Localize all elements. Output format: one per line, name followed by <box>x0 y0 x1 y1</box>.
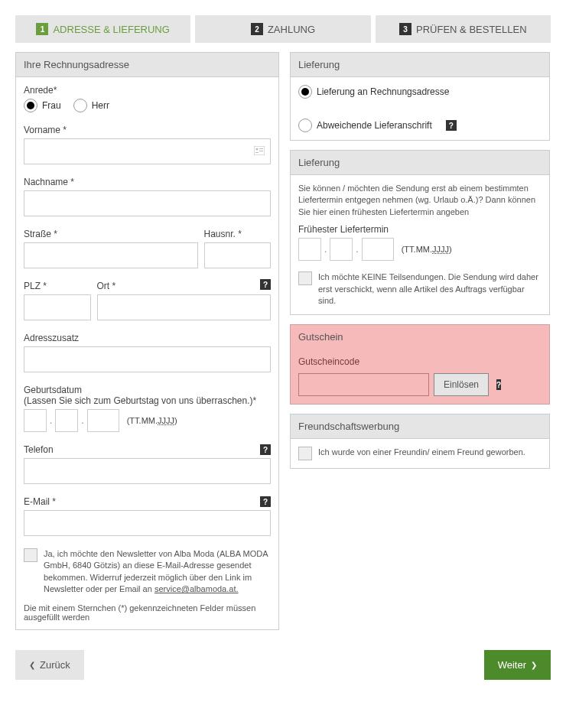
help-icon[interactable]: ? <box>446 120 457 131</box>
delivery-header: Lieferung <box>291 53 549 77</box>
deliv-month-input[interactable] <box>330 238 353 261</box>
next-button[interactable]: Weiter ❯ <box>484 650 551 680</box>
birth-month-input[interactable] <box>55 409 78 432</box>
salutation-herr-radio[interactable]: Herr <box>73 99 109 112</box>
contact-icon <box>254 145 265 158</box>
help-icon[interactable]: ? <box>260 444 271 455</box>
billing-header: Ihre Rechnungsadresse <box>16 53 278 77</box>
voucher-panel: Gutschein Gutscheincode Einlösen ? <box>290 324 550 405</box>
step-num-2: 2 <box>251 23 263 35</box>
step-review[interactable]: 3 PRÜFEN & BESTELLEN <box>376 15 551 43</box>
newsletter-text: Ja, ich möchte den Newsletter von Alba M… <box>44 548 271 596</box>
city-input[interactable] <box>97 294 272 320</box>
step-payment[interactable]: 2 ZAHLUNG <box>195 15 370 43</box>
required-note: Die mit einem Sternchen (*) gekennzeichn… <box>24 603 271 622</box>
zip-label: PLZ * <box>24 281 91 291</box>
billing-panel: Ihre Rechnungsadresse Anrede* Frau Herr … <box>15 52 279 630</box>
firstname-input[interactable] <box>24 138 271 164</box>
earliest-label: Frühester Liefertermin <box>298 224 542 235</box>
step-label-1: ADRESSE & LIEFERUNG <box>53 24 169 35</box>
radio-icon <box>73 99 87 112</box>
radio-icon <box>24 99 37 112</box>
referral-checkbox[interactable] <box>298 447 312 460</box>
svg-rect-3 <box>259 151 263 151</box>
no-partial-checkbox[interactable] <box>298 271 312 285</box>
salutation-frau-radio[interactable]: Frau <box>24 99 61 112</box>
voucher-redeem-button[interactable]: Einlösen <box>434 373 489 396</box>
radio-icon <box>298 85 312 99</box>
delivery-other-label: Abweichende Lieferanschrift <box>317 120 432 131</box>
delivery-date-header: Lieferung <box>291 151 549 175</box>
svg-point-1 <box>256 148 259 151</box>
houseno-input[interactable] <box>204 242 272 268</box>
zip-input[interactable] <box>24 294 91 320</box>
delivery-date-panel: Lieferung Sie können / möchten die Sendu… <box>290 150 550 315</box>
houseno-label: Hausnr. * <box>204 229 272 239</box>
street-label: Straße * <box>24 229 198 239</box>
checkout-steps: 1 ADRESSE & LIEFERUNG 2 ZAHLUNG 3 PRÜFEN… <box>15 15 551 43</box>
deliv-year-input[interactable] <box>362 238 394 261</box>
date-hint: (TT.MM.JJJJ) <box>402 245 452 254</box>
voucher-code-input[interactable] <box>298 373 429 396</box>
delivery-panel: Lieferung Lieferung an Rechnungsadresse … <box>290 52 550 141</box>
birth-day-input[interactable] <box>24 409 47 432</box>
lastname-label: Nachname * <box>24 177 271 187</box>
birthdate-label: Geburtsdatum <box>24 385 271 395</box>
addition-label: Adresszusatz <box>24 333 271 343</box>
next-label: Weiter <box>498 659 526 671</box>
help-icon[interactable]: ? <box>260 496 271 507</box>
delivery-billing-radio[interactable]: Lieferung an Rechnungsadresse <box>298 85 542 99</box>
back-label: Zurück <box>40 659 70 671</box>
firstname-label: Vorname * <box>24 125 271 135</box>
phone-input[interactable] <box>24 458 271 484</box>
delivery-billing-label: Lieferung an Rechnungsadresse <box>317 86 449 97</box>
step-num-1: 1 <box>36 23 48 35</box>
svg-rect-2 <box>259 148 263 149</box>
birthdate-sub: (Lassen Sie sich zum Geburtstag von uns … <box>24 395 271 406</box>
help-icon[interactable]: ? <box>260 279 271 290</box>
delivery-desc: Sie können / möchten die Sendung erst ab… <box>298 183 542 218</box>
street-input[interactable] <box>24 242 198 268</box>
step-label-2: ZAHLUNG <box>268 24 315 35</box>
salutation-label: Anrede* <box>24 85 271 96</box>
email-label: E-Mail * <box>24 496 271 507</box>
referral-text: Ich wurde von einer Freundin/ einem Freu… <box>318 447 525 458</box>
deliv-day-input[interactable] <box>298 238 321 261</box>
help-icon[interactable]: ? <box>496 379 501 390</box>
delivery-other-radio[interactable]: Abweichende Lieferanschrift ? <box>298 119 542 132</box>
newsletter-checkbox[interactable] <box>24 548 37 562</box>
lastname-input[interactable] <box>24 190 271 216</box>
svg-rect-4 <box>255 152 259 153</box>
voucher-code-label: Gutscheincode <box>298 356 438 367</box>
birth-year-input[interactable] <box>87 409 119 432</box>
newsletter-email-link[interactable]: service@albamoda.at. <box>155 584 239 593</box>
date-hint: (TT.MM.JJJJ) <box>127 416 177 425</box>
chevron-left-icon: ❮ <box>29 661 35 669</box>
radio-icon <box>298 119 312 132</box>
referral-header: Freundschaftswerbung <box>291 414 549 439</box>
chevron-right-icon: ❯ <box>531 661 537 669</box>
salutation-herr-label: Herr <box>92 100 109 111</box>
salutation-frau-label: Frau <box>42 100 61 111</box>
step-address[interactable]: 1 ADRESSE & LIEFERUNG <box>15 15 190 43</box>
voucher-header: Gutschein <box>291 325 446 349</box>
referral-panel: Freundschaftswerbung Ich wurde von einer… <box>290 414 550 469</box>
step-num-3: 3 <box>399 23 411 35</box>
city-label: Ort * <box>97 281 272 291</box>
email-input[interactable] <box>24 510 271 536</box>
no-partial-text: Ich möchte KEINE Teilsendungen. Die Send… <box>318 271 542 307</box>
phone-label: Telefon <box>24 444 271 455</box>
step-label-3: PRÜFEN & BESTELLEN <box>416 24 527 35</box>
back-button[interactable]: ❮ Zurück <box>15 650 84 680</box>
addition-input[interactable] <box>24 346 271 372</box>
